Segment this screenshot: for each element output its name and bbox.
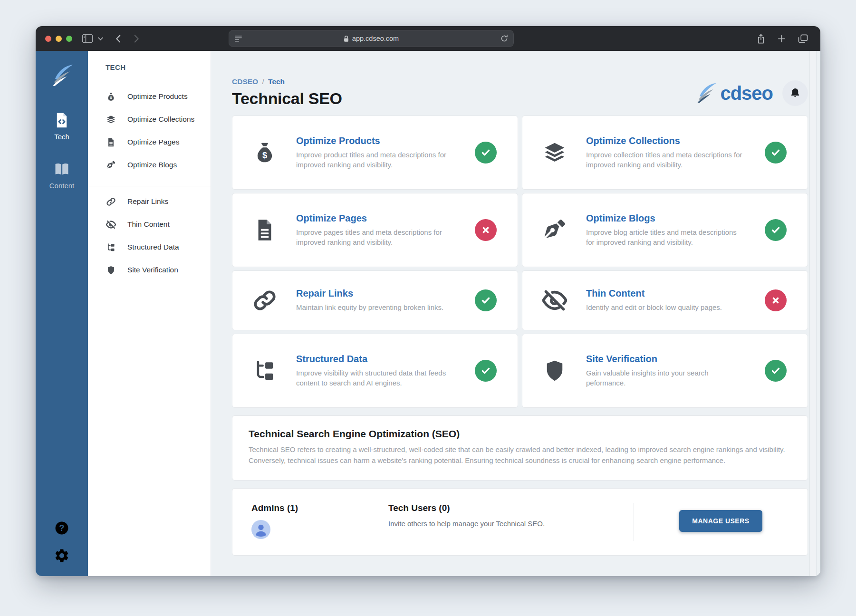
brand-swoosh-icon <box>693 81 718 106</box>
breadcrumb-current-link[interactable]: Tech <box>268 77 285 86</box>
seo-info-card: Technical Search Engine Optimization (SE… <box>232 415 808 481</box>
url-text: app.cdseo.com <box>352 35 399 42</box>
sidebar-item-label: Repair Links <box>127 197 168 206</box>
sitemap-icon <box>106 242 116 252</box>
card-description: Improve collection titles and meta descr… <box>586 150 746 170</box>
sidebar-item-optimize-blogs[interactable]: Optimize Blogs <box>88 154 211 176</box>
sidebar-toggle-icon <box>82 34 93 43</box>
manage-users-area: MANAGE USERS <box>634 503 808 541</box>
seo-info-body: Technical SEO refers to creating a well-… <box>249 444 791 466</box>
new-tab-button[interactable] <box>778 35 786 43</box>
sidebar-toggle-button[interactable] <box>82 34 93 43</box>
card-optimize-blogs[interactable]: Optimize BlogsImprove blog article title… <box>522 193 808 267</box>
status-success-icon <box>475 142 497 164</box>
svg-text:$: $ <box>110 96 112 100</box>
browser-titlebar: app.cdseo.com <box>36 26 820 51</box>
notifications-button[interactable] <box>782 80 808 106</box>
status-success-icon <box>475 289 497 311</box>
pen-nib-icon <box>542 218 567 242</box>
card-title[interactable]: Repair Links <box>296 288 456 299</box>
card-description: Improve pages titles and meta descriptio… <box>296 227 456 248</box>
zoom-window-button[interactable] <box>66 36 72 42</box>
bell-icon <box>789 87 801 99</box>
sidebar-item-label: Optimize Collections <box>127 115 194 124</box>
card-site-verification[interactable]: Site VerificationGain valuable insights … <box>522 334 808 408</box>
sidebar-item-label: Optimize Products <box>127 92 188 101</box>
card-title[interactable]: Optimize Blogs <box>586 213 746 224</box>
nav-rail: TechContent ? <box>36 51 88 576</box>
chevron-down-icon <box>98 37 103 40</box>
card-optimize-products[interactable]: $Optimize ProductsImprove product titles… <box>232 116 518 190</box>
shield-icon <box>542 358 567 383</box>
share-button[interactable] <box>757 34 765 44</box>
minimize-window-button[interactable] <box>56 36 62 42</box>
page-title: Technical SEO <box>232 89 342 108</box>
rail-item-label: Tech <box>54 133 69 141</box>
card-title[interactable]: Optimize Collections <box>586 135 746 146</box>
status-error-icon <box>475 219 497 241</box>
forward-button[interactable] <box>134 35 139 43</box>
reload-icon[interactable] <box>500 34 509 43</box>
window-controls <box>45 36 72 42</box>
sidebar-menu-chevron[interactable] <box>98 37 103 40</box>
help-button[interactable]: ? <box>54 520 70 536</box>
card-title[interactable]: Thin Content <box>586 288 746 299</box>
status-success-icon <box>475 360 497 382</box>
reader-view-icon[interactable] <box>234 35 243 42</box>
seo-info-title: Technical Search Engine Optimization (SE… <box>249 428 791 440</box>
chain-link-icon <box>106 197 116 207</box>
card-description: Improve blog article titles and meta des… <box>586 227 746 248</box>
close-window-button[interactable] <box>45 36 51 42</box>
shield-icon <box>106 265 116 275</box>
breadcrumb: CDSEO / Tech <box>232 77 342 86</box>
app-logo-icon <box>48 62 75 89</box>
card-thin-content[interactable]: Thin ContentIdentify and edit or block l… <box>522 270 808 330</box>
card-title[interactable]: Site Verification <box>586 354 746 365</box>
forward-arrow-icon <box>134 35 139 43</box>
sidebar-item-site-verification[interactable]: Site Verification <box>88 259 211 281</box>
sidebar-item-structured-data[interactable]: Structured Data <box>88 236 211 259</box>
eye-slash-icon <box>106 220 116 230</box>
card-description: Improve product titles and meta descript… <box>296 150 456 170</box>
address-bar[interactable]: app.cdseo.com <box>229 30 514 47</box>
book-icon <box>53 161 70 178</box>
admins-heading: Admins (1) <box>251 503 388 513</box>
sidebar-item-label: Thin Content <box>127 220 170 229</box>
back-button[interactable] <box>115 35 121 43</box>
eye-slash-icon <box>542 288 567 313</box>
sidebar-item-optimize-collections[interactable]: Optimize Collections <box>88 108 211 131</box>
tab-overview-button[interactable] <box>798 34 808 43</box>
card-title[interactable]: Structured Data <box>296 354 456 365</box>
avatar[interactable] <box>251 520 270 539</box>
back-arrow-icon <box>115 35 121 43</box>
tabs-overview-icon <box>798 34 808 43</box>
users-card: Admins (1) Tech Users (0) Invite others … <box>232 488 808 556</box>
card-structured-data[interactable]: Structured DataImprove visibility with s… <box>232 334 518 408</box>
rail-item-content[interactable]: Content <box>49 161 75 190</box>
breadcrumb-root-link[interactable]: CDSEO <box>232 77 258 86</box>
sidebar-item-optimize-pages[interactable]: Optimize Pages <box>88 131 211 154</box>
card-repair-links[interactable]: Repair LinksMaintain link equity by prev… <box>232 270 518 330</box>
card-title[interactable]: Optimize Pages <box>296 213 456 224</box>
card-description: Gain valuable insights into your search … <box>586 368 746 388</box>
desktop-background: app.cdseo.com TechContent ? <box>0 0 856 616</box>
tech-sidebar: TECH $Optimize ProductsOptimize Collecti… <box>88 51 211 576</box>
money-bag-icon: $ <box>106 92 116 102</box>
sidebar-item-label: Optimize Pages <box>127 138 179 146</box>
manage-users-button[interactable]: MANAGE USERS <box>679 510 762 532</box>
sidebar-item-optimize-products[interactable]: $Optimize Products <box>88 85 211 108</box>
sidebar-item-repair-links[interactable]: Repair Links <box>88 190 211 213</box>
scrollbar-track[interactable] <box>809 51 817 576</box>
sidebar-item-thin-content[interactable]: Thin Content <box>88 213 211 236</box>
card-title[interactable]: Optimize Products <box>296 135 456 146</box>
card-optimize-collections[interactable]: Optimize CollectionsImprove collection t… <box>522 116 808 190</box>
card-optimize-pages[interactable]: Optimize PagesImprove pages titles and m… <box>232 193 518 267</box>
settings-button[interactable] <box>54 548 70 564</box>
tech-users-heading: Tech Users (0) <box>388 503 634 513</box>
file-code-icon <box>53 112 70 129</box>
sidebar-item-label: Structured Data <box>127 243 179 251</box>
rail-item-tech[interactable]: Tech <box>49 112 75 141</box>
layers-icon <box>106 115 116 125</box>
feature-cards-grid: $Optimize ProductsImprove product titles… <box>232 116 808 408</box>
breadcrumb-separator: / <box>260 77 266 86</box>
